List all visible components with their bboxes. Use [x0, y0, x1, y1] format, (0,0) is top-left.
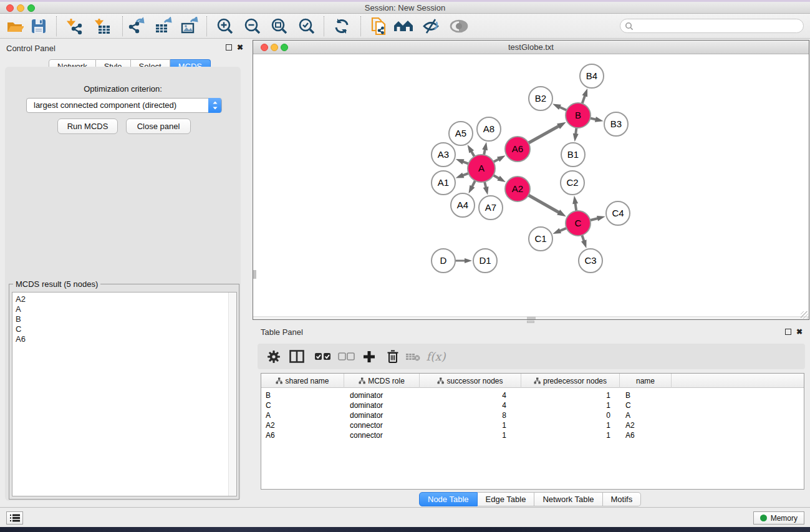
zoom-selected-button[interactable] — [296, 16, 318, 36]
graphics-details-button[interactable] — [448, 16, 470, 36]
search-input[interactable] — [636, 21, 803, 32]
plus-icon — [362, 350, 376, 364]
annotation-pen-icon — [422, 17, 440, 36]
graph-edge-arrowhead — [469, 185, 475, 194]
status-bar: Memory — [0, 507, 810, 527]
network-view-title: testGlobe.txt — [253, 41, 809, 54]
optimization-criterion-select[interactable]: largest connected component (directed) — [26, 98, 222, 113]
vertical-scroll-thumb[interactable] — [253, 270, 256, 279]
tab-node-table[interactable]: Node Table — [419, 492, 478, 506]
ndex-import-button[interactable] — [367, 16, 390, 36]
list-item[interactable]: C — [12, 324, 236, 334]
show-columns-button[interactable] — [287, 344, 306, 369]
float-panel-icon[interactable] — [226, 44, 232, 51]
save-session-button[interactable] — [27, 16, 50, 36]
import-table-button[interactable] — [92, 16, 114, 36]
tab-network-table[interactable]: Network Table — [534, 492, 602, 506]
column-header-successor-nodes[interactable]: successor nodes — [420, 374, 521, 388]
network-view-window: testGlobe.txt AA1A2A3A4A5A6A7A8BB1B2B3B4… — [253, 40, 809, 320]
splitter-handle[interactable] — [527, 321, 534, 323]
tab-motifs[interactable]: Motifs — [603, 492, 642, 506]
network-canvas[interactable]: AA1A2A3A4A5A6A7A8BB1B2B3B4CC1C2C3C4DD1 — [253, 54, 809, 319]
select-stepper — [208, 98, 221, 113]
list-item[interactable]: B — [12, 314, 236, 324]
hide-annotations-button[interactable] — [420, 16, 442, 36]
toolbar-separator — [56, 16, 57, 36]
resize-grip[interactable] — [801, 311, 808, 319]
delete-table-button[interactable] — [403, 344, 422, 369]
deselect-all-button[interactable] — [336, 344, 357, 369]
graph-edge-arrowhead — [572, 196, 578, 204]
control-panel: Control Panel ✖ Network Style Select MCD… — [0, 39, 249, 507]
checked-boxes-icon — [314, 352, 332, 360]
graph-edge-arrowhead — [456, 173, 465, 178]
zoom-fit-button[interactable] — [268, 16, 291, 36]
horizontal-scrollbar[interactable] — [253, 316, 809, 319]
mcds-result-list[interactable]: A2 A B C A6 — [12, 292, 237, 496]
trash-icon — [387, 349, 399, 364]
graph-node-label: A4 — [457, 200, 468, 210]
network-graph[interactable]: AA1A2A3A4A5A6A7A8BB1B2B3B4CC1C2C3C4DD1 — [253, 54, 809, 319]
save-floppy-icon — [30, 17, 47, 35]
close-panel-button[interactable]: Close panel — [126, 118, 191, 134]
shared-column-icon — [437, 377, 444, 384]
graph-node-label: A5 — [455, 128, 466, 138]
import-network-button[interactable] — [64, 16, 86, 36]
delete-column-button[interactable] — [383, 344, 402, 369]
houses-icon — [393, 17, 414, 36]
table-header: shared name MCDS role successor nodes pr… — [261, 374, 804, 388]
graph-node-label: A1 — [438, 177, 449, 188]
export-image-button[interactable] — [178, 16, 200, 36]
graph-edge-arrowhead — [482, 142, 488, 151]
graph-node-label: A2 — [512, 183, 523, 194]
toolbar-separator — [206, 16, 207, 36]
table-settings-button[interactable] — [265, 344, 282, 369]
session-title: Session: New Session — [0, 2, 810, 14]
table-row[interactable]: A6connector11A6 — [261, 430, 804, 440]
column-header-shared-name[interactable]: shared name — [261, 374, 344, 388]
memory-button[interactable]: Memory — [753, 511, 804, 525]
export-table-icon — [153, 17, 172, 36]
cybrowser-home-button[interactable] — [392, 16, 415, 36]
list-item[interactable]: A — [12, 304, 236, 314]
column-header-mcds-role[interactable]: MCDS role — [344, 374, 420, 388]
select-all-button[interactable] — [312, 344, 334, 369]
graph-node-label: B4 — [586, 70, 597, 81]
list-icon — [10, 514, 20, 522]
graph-node-label: B2 — [535, 93, 546, 104]
task-history-button[interactable] — [6, 511, 23, 525]
export-network-button[interactable] — [125, 16, 147, 36]
list-item[interactable]: A2 — [12, 294, 236, 304]
graph-node-label: A8 — [483, 123, 494, 134]
tab-edge-table[interactable]: Edge Table — [478, 492, 535, 506]
open-session-button[interactable] — [3, 16, 26, 36]
search-field[interactable] — [620, 19, 804, 33]
list-item[interactable]: A6 — [12, 334, 236, 344]
table-toolbar: f(x) — [258, 344, 805, 369]
table-row[interactable]: Adominator80A — [261, 410, 804, 420]
table-row[interactable]: Cdominator41C — [261, 400, 804, 410]
zoom-in-button[interactable] — [214, 16, 236, 36]
unchecked-boxes-icon — [338, 352, 355, 360]
network-window-titlebar[interactable]: testGlobe.txt — [253, 41, 809, 54]
table-row[interactable]: Bdominator41B — [261, 390, 804, 400]
graph-node-label: C1 — [534, 233, 546, 244]
export-table-button[interactable] — [152, 16, 174, 36]
graph-node-label: C — [575, 218, 582, 228]
graph-node-label: C3 — [584, 255, 596, 266]
close-panel-icon[interactable]: ✖ — [796, 328, 803, 336]
column-header-name[interactable]: name — [620, 374, 672, 388]
close-panel-icon[interactable]: ✖ — [237, 44, 243, 51]
column-header-predecessor-nodes[interactable]: predecessor nodes — [521, 374, 620, 388]
graph-edge-arrowhead — [497, 155, 506, 162]
export-network-icon — [127, 17, 145, 36]
gear-icon — [267, 350, 281, 364]
float-panel-icon[interactable] — [785, 329, 791, 335]
apply-layout-button[interactable] — [330, 16, 353, 36]
zoom-out-button[interactable] — [241, 16, 264, 36]
function-builder-button[interactable]: f(x) — [423, 344, 448, 369]
run-mcds-button[interactable]: Run MCDS — [57, 118, 118, 134]
table-row[interactable]: A2connector11A2 — [261, 420, 804, 430]
list-scrollbar[interactable] — [228, 293, 236, 496]
create-column-button[interactable] — [359, 344, 379, 369]
